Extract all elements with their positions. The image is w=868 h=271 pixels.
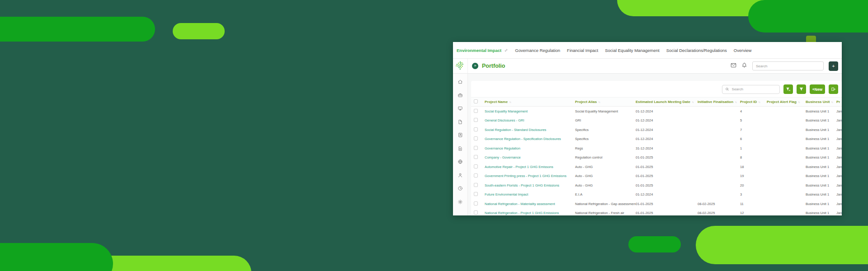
user-icon[interactable] — [458, 173, 463, 178]
row-checkbox[interactable] — [474, 164, 478, 168]
clock-icon[interactable] — [458, 186, 463, 191]
cell-launch_date: 31-12-2024 — [636, 146, 698, 150]
globe-icon[interactable] — [458, 159, 463, 164]
table-row[interactable]: South-eastern Florists - Project 1 GHG E… — [471, 181, 842, 190]
project-name-link[interactable]: Automotive Repair - Project 1 GHG Emisso… — [485, 165, 553, 169]
add-button[interactable]: + — [829, 61, 838, 71]
table-row[interactable]: Social Regulation - Standard Disclosures… — [471, 125, 842, 135]
row-checkbox[interactable] — [474, 118, 478, 122]
project-name-link[interactable]: South-eastern Florists - Project 1 GHG E… — [485, 183, 559, 187]
nav-item-social-declarations-regulations[interactable]: Social Declarations/Regulations — [666, 48, 727, 53]
table-search-box[interactable] — [722, 85, 780, 94]
file-export-icon[interactable] — [458, 146, 463, 151]
row-checkbox[interactable] — [474, 109, 478, 113]
row-checkbox[interactable] — [474, 136, 478, 140]
table-row[interactable]: Future Environmental ImpactE.I.A01-12-20… — [471, 190, 842, 200]
mail-icon[interactable] — [731, 62, 736, 70]
document-icon[interactable] — [458, 119, 463, 125]
project-name-link[interactable]: Social Regulation - Standard Disclosures — [485, 128, 546, 132]
select-all-checkbox[interactable] — [474, 99, 478, 103]
project-name-link[interactable]: Government Printing press - Project 1 GH… — [485, 174, 566, 178]
cell-name: South-eastern Florists - Project 1 GHG E… — [485, 183, 575, 187]
row-checkbox[interactable] — [474, 201, 478, 206]
nav-item-environmental-impact[interactable]: Environmental Impact — [457, 48, 501, 53]
column-header-launch_date[interactable]: Estimated Launch Meeting Date↑↓ — [636, 100, 698, 104]
table-row[interactable]: Governance RegulationRegs31-12-20241Busi… — [471, 144, 842, 153]
nav-item-financial-impact[interactable]: Financial Impact — [567, 48, 598, 53]
row-checkbox[interactable] — [474, 192, 478, 196]
nav-item-overview[interactable]: Overview — [734, 48, 752, 53]
project-name-link[interactable]: National Refrigeration - Materiality ass… — [485, 202, 555, 206]
new-button[interactable]: +New — [810, 84, 825, 94]
column-header-initiative_finalisation[interactable]: Initiative Finalisation↑↓ — [698, 100, 740, 104]
contacts-icon[interactable] — [458, 132, 463, 138]
cell-extra: Jan — [836, 137, 842, 141]
sort-icon[interactable]: ↑↓ — [758, 101, 760, 103]
table-row[interactable]: Company - GovernanceRegulation control01… — [471, 153, 842, 163]
column-header-alias[interactable]: Project Alias↑↓ — [575, 100, 636, 104]
table-row[interactable]: General Disclosures - GRIGRI01-12-20245B… — [471, 116, 842, 126]
project-name-link[interactable]: Social Equality Management — [485, 109, 528, 113]
sidebar-collapse-button[interactable]: » — [472, 63, 478, 69]
column-header-name[interactable]: Project Name↑↓ — [485, 100, 575, 104]
app-body: +New Project Name↑↓Project Alias↑↓Estima… — [453, 74, 842, 215]
row-checkbox[interactable] — [474, 173, 478, 178]
cell-business_unit: Business Unit 1 — [806, 155, 836, 159]
cell-launch_date: 01-01-2025 — [636, 183, 698, 187]
sort-icon[interactable]: ↑↓ — [509, 101, 511, 103]
row-checkbox[interactable] — [474, 155, 478, 159]
row-checkbox[interactable] — [474, 210, 478, 215]
decor-pill-top-left-small — [173, 23, 225, 39]
sort-icon[interactable]: ↑↓ — [598, 101, 600, 103]
filter-clear-button[interactable] — [783, 84, 793, 94]
cell-launch_date: 01-12-2024 — [636, 137, 698, 141]
bell-icon[interactable] — [741, 62, 747, 70]
cell-extra: Jan — [836, 109, 842, 113]
cell-business_unit: Business Unit 1 — [806, 146, 836, 150]
sort-icon[interactable]: ↑↓ — [798, 101, 800, 103]
table-card: +New Project Name↑↓Project Alias↑↓Estima… — [471, 81, 842, 215]
sort-icon[interactable]: ↑↓ — [841, 101, 842, 103]
table-row[interactable]: Governance Regulation - Specification Di… — [471, 135, 842, 144]
cell-extra: Jan — [836, 211, 842, 215]
project-name-link[interactable]: National Refrigeration - Project 1 GHG E… — [485, 211, 559, 215]
project-name-link[interactable]: Company - Governance — [485, 155, 521, 159]
cell-launch_date: 01-01-2025 — [636, 211, 698, 215]
home-icon[interactable] — [458, 79, 463, 84]
project-name-link[interactable]: Governance Regulation — [485, 146, 520, 150]
table-search-input[interactable] — [731, 87, 772, 92]
row-checkbox[interactable] — [474, 183, 478, 187]
row-checkbox[interactable] — [474, 127, 478, 131]
cell-alias: National Refrigeration - Fresh air — [575, 211, 636, 215]
export-button[interactable] — [829, 84, 838, 94]
project-name-link[interactable]: General Disclosures - GRI — [485, 118, 524, 122]
column-header-alert_flag[interactable]: Project Alert Flag↑↓ — [767, 100, 806, 104]
nav-item-governance-regulation[interactable]: Governance Regulation — [515, 48, 560, 53]
settings-icon[interactable] — [458, 199, 463, 205]
filter-button[interactable] — [797, 84, 806, 94]
column-header-project_id[interactable]: Project ID↑↓ — [740, 100, 767, 104]
table-row[interactable]: Social Equality ManagementSocial Equalit… — [471, 107, 842, 116]
column-header-business_unit[interactable]: Business Unit↑↓ — [806, 100, 836, 104]
column-header-extra[interactable]: Pr↑↓ — [836, 100, 842, 104]
logo-cell — [453, 59, 468, 73]
global-search-input[interactable] — [752, 61, 824, 70]
table-row[interactable]: National Refrigeration - Project 1 GHG E… — [471, 209, 842, 216]
cell-alias: Regs — [575, 146, 636, 150]
sort-icon[interactable]: ↑↓ — [831, 101, 833, 103]
sort-icon[interactable]: ↑↓ — [692, 101, 693, 103]
cell-project_id: 7 — [740, 128, 767, 132]
table-row[interactable]: National Refrigeration - Materiality ass… — [471, 199, 842, 209]
project-name-link[interactable]: Governance Regulation - Specification Di… — [485, 137, 561, 141]
cell-business_unit: Business Unit 1 — [806, 174, 836, 178]
nav-item-social-equality-management[interactable]: Social Equality Management — [605, 48, 659, 53]
table-row[interactable]: Government Printing press - Project 1 GH… — [471, 172, 842, 181]
row-checkbox[interactable] — [474, 146, 478, 150]
briefcase-icon[interactable] — [458, 93, 463, 98]
monitor-icon[interactable] — [458, 106, 463, 111]
project-name-link[interactable]: Future Environmental Impact — [485, 192, 528, 196]
table-row[interactable]: Automotive Repair - Project 1 GHG Emisso… — [471, 162, 842, 172]
cell-alias: E.I.A — [575, 192, 636, 196]
decor-pill-top-right-green — [748, 0, 868, 33]
sort-icon[interactable]: ↑↓ — [735, 101, 736, 103]
